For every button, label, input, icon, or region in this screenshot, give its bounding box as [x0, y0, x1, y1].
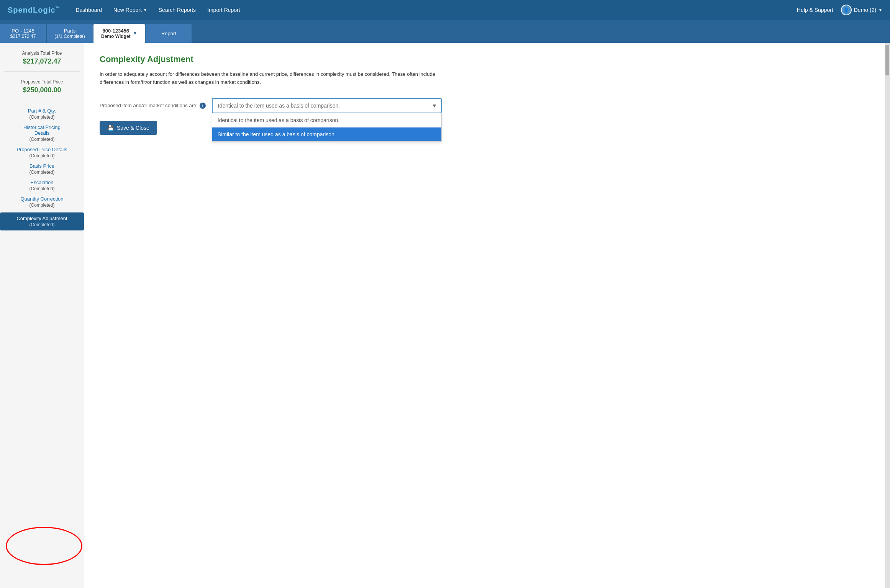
sidebar-link-historical-pricing: Historical Pricing — [4, 124, 80, 130]
sidebar-item-proposed-price[interactable]: Proposed Price Details (Completed) — [4, 147, 80, 158]
sidebar-link-part-qty: Part # & Qty. — [4, 108, 80, 114]
sidebar-link-escalation: Escalation — [4, 180, 80, 185]
tab-widget-line1: 800-123456 — [101, 28, 131, 34]
sidebar-sub-historical-pricing: (Completed) — [29, 137, 54, 142]
sidebar-item-part-qty[interactable]: Part # & Qty. (Completed) — [4, 108, 80, 120]
sidebar-item-quantity-correction[interactable]: Quantity Correction (Completed) — [4, 196, 80, 208]
sidebar-item-basis-price[interactable]: Basis Price (Completed) — [4, 163, 80, 175]
tab-widget[interactable]: 800-123456 Demo Widget ▼ — [93, 24, 145, 43]
dropdown-option-similar[interactable]: Similar to the item used as a basis of c… — [212, 127, 441, 141]
tab-widget-line2: Demo Widget — [101, 34, 131, 39]
dropdown-option-identical[interactable]: Identical to the item used as a basis of… — [212, 113, 441, 127]
sidebar-link-complexity-adjustment: Complexity Adjustment — [2, 216, 82, 221]
tab-parts-line1: Parts — [64, 28, 75, 34]
sidebar-sub-part-qty: (Completed) — [29, 114, 54, 120]
conditions-label: Proposed item and/or market conditions a… — [100, 103, 206, 109]
tab-parts[interactable]: Parts (1/1 Complete) — [47, 24, 93, 43]
nav-new-report[interactable]: New Report ▼ — [113, 7, 147, 13]
analysis-price-section: Analysis Total Price $217,072.47 — [4, 51, 80, 72]
sidebar-sub-proposed-price: (Completed) — [29, 153, 54, 158]
user-menu[interactable]: 👤 Demo (2) ▼ — [841, 5, 882, 15]
sidebar-link-basis-price: Basis Price — [4, 163, 80, 169]
proposed-price-section: Proposed Total Price $250,000.00 — [4, 79, 80, 100]
user-chevron-icon: ▼ — [879, 8, 882, 12]
scrollbar-thumb[interactable] — [885, 45, 889, 75]
tab-po-line1: PO - 1245 — [11, 28, 34, 34]
sidebar-link-proposed-price: Proposed Price Details — [4, 147, 80, 152]
sidebar-sub-quantity-correction: (Completed) — [29, 203, 54, 208]
analysis-price-value: $217,072.47 — [4, 57, 80, 65]
nav-right: Help & Support 👤 Demo (2) ▼ — [797, 5, 882, 15]
avatar: 👤 — [841, 5, 852, 15]
app-logo: SpendLogic™ — [8, 5, 60, 15]
annotation-red-circle — [6, 527, 82, 565]
form-row-conditions: Proposed item and/or market conditions a… — [100, 98, 875, 113]
sidebar-item-complexity-adjustment[interactable]: Complexity Adjustment (Completed) — [0, 212, 84, 230]
scrollbar[interactable] — [885, 43, 890, 588]
section-description: In order to adequately account for diffe… — [100, 70, 444, 87]
save-button-label: Save & Close — [117, 125, 149, 131]
analysis-price-label: Analysis Total Price — [4, 51, 80, 56]
save-icon: 💾 — [107, 125, 114, 131]
tab-report-line1: Report — [161, 31, 176, 36]
info-icon[interactable]: i — [200, 103, 206, 109]
nav-help[interactable]: Help & Support — [797, 7, 833, 13]
proposed-price-value: $250,000.00 — [4, 86, 80, 94]
tabs-bar: PO - 1245 $217,072.47 Parts (1/1 Complet… — [0, 20, 890, 43]
user-label: Demo (2) — [854, 7, 876, 13]
tab-report[interactable]: Report — [146, 24, 192, 43]
tab-widget-chevron-icon: ▼ — [133, 31, 138, 36]
tab-po-line2: $217,072.47 — [10, 34, 36, 39]
sidebar-item-escalation[interactable]: Escalation (Completed) — [4, 180, 80, 191]
nav-search-reports[interactable]: Search Reports — [159, 7, 196, 13]
sidebar-item-historical-pricing[interactable]: Historical Pricing Details (Completed) — [4, 124, 80, 142]
tab-po[interactable]: PO - 1245 $217,072.47 — [0, 24, 46, 43]
save-close-button[interactable]: 💾 Save & Close — [100, 121, 157, 135]
sidebar: Analysis Total Price $217,072.47 Propose… — [0, 43, 84, 588]
nav-dashboard[interactable]: Dashboard — [75, 7, 102, 13]
tab-parts-line2: (1/1 Complete) — [54, 34, 85, 39]
dropdown-selected-value: Identical to the item used as a basis of… — [218, 103, 340, 109]
conditions-dropdown[interactable]: Identical to the item used as a basis of… — [212, 98, 442, 113]
nav-import-report[interactable]: Import Report — [207, 7, 240, 13]
dropdown-options-list: Identical to the item used as a basis of… — [212, 113, 442, 142]
main-container: Analysis Total Price $217,072.47 Propose… — [0, 43, 890, 588]
sidebar-sub-basis-price: (Completed) — [29, 170, 54, 175]
sidebar-link-quantity-correction: Quantity Correction — [4, 196, 80, 202]
conditions-dropdown-container: Identical to the item used as a basis of… — [212, 98, 442, 113]
sidebar-sub-escalation: (Completed) — [29, 186, 54, 191]
proposed-price-label: Proposed Total Price — [4, 79, 80, 85]
sidebar-sub-complexity-adjustment: (Completed) — [29, 222, 54, 227]
new-report-chevron-icon: ▼ — [143, 8, 147, 12]
top-navigation: SpendLogic™ Dashboard New Report ▼ Searc… — [0, 0, 890, 20]
sidebar-link-historical-pricing2: Details — [4, 130, 80, 136]
page-title: Complexity Adjustment — [100, 54, 875, 64]
main-content: Complexity Adjustment In order to adequa… — [84, 43, 890, 588]
